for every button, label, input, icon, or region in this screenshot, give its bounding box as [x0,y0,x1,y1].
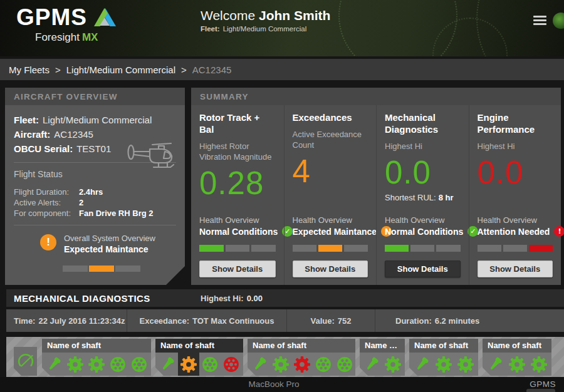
brand-wordmark: GPMS [16,5,87,30]
card-value: 4 [293,154,368,189]
card-value: 0.0 [478,155,553,190]
aircraft-overview-panel: AIRCRAFT OVERVIEW Fleet:Light/Medium Com… [5,88,185,285]
shaft-panel-5[interactable]: Name of shaft [409,339,478,376]
show-details-button-rotor[interactable]: Show Details [199,260,276,277]
breadcrumb-my-fleets[interactable]: My Fleets [9,64,50,75]
gear-icon[interactable] [86,353,107,376]
shaft-icon[interactable] [361,353,382,376]
bar-segment [503,245,527,252]
breadcrumb: My Fleets > Light/Medium Commercial > AC… [0,59,564,80]
header-fleet-line: Fleet:Light/Medium Commercial [201,25,330,33]
show-details-button-mechanical[interactable]: Show Details [385,260,461,277]
bar-segment [385,245,409,252]
gear-icon[interactable] [382,353,404,376]
gear-icon[interactable] [291,353,313,376]
mech-section-title: MECHANICAL DIAGNOSTICS [6,293,150,304]
divider [14,225,176,225]
shaft-panel-3[interactable]: Name of shaft [248,339,355,376]
user-name: John Smith [259,8,330,23]
bar-segment [293,245,316,252]
aircraft-overview-title: AIRCRAFT OVERVIEW [5,88,185,105]
shaft-icon[interactable] [249,353,270,376]
active-alerts-row: Active Alerts:2 [14,197,176,208]
bezel-hinge-tab [526,389,555,392]
duration-cell: Duration:6.2 minutes [375,309,564,332]
shaft-panel-label: Name of shaft [248,339,355,353]
component-selector-strip: Name of shaft Name of shaft Name of shaf… [6,337,564,377]
health-bar [385,245,461,252]
overall-health-bar [63,266,140,272]
shaft-panel-label: Name of shaft [42,339,151,353]
highest-hi-readout: Highest Hi:0.00 [201,294,263,303]
gear-icon[interactable] [506,353,528,376]
health-status-text: Attention Needed [478,227,550,237]
bar-segment [199,245,224,252]
shaft-icon[interactable] [157,353,178,376]
overall-system-overview: ! Overall System Overview Expected Maint… [40,233,176,255]
card-title: Engine Performance [478,111,553,135]
bearing-icon[interactable] [313,353,334,376]
gear-icon[interactable] [433,353,454,376]
card-subtitle: Highest Hi [385,141,461,152]
value-cell: Value:752 [286,309,375,332]
fleet-row: Fleet:Light/Medium Commercial [14,113,176,127]
shaft-panel-4[interactable]: Name of shaft [360,339,405,376]
bearing-icon[interactable] [199,353,221,376]
shaft-panel-6[interactable]: Name of shaft [483,339,551,376]
gear-icon-selected[interactable] [178,353,199,376]
gauge-icon[interactable] [14,347,37,376]
gear-icon[interactable] [455,353,476,376]
bearing-icon[interactable] [221,353,242,376]
flight-duration-row: Flight Duration:2.4hrs [14,187,176,197]
health-overview-label: Health Overview [478,215,553,225]
bar-segment [529,245,553,252]
summary-card-engine: Engine Performance Highest Hi 0.0 Health… [469,105,561,285]
summary-card-rotor-track: Rotor Track + Bal Highest Rotor Vibratio… [191,105,284,285]
summary-card-mechanical: Mechanical Diagnostics Highest Hi 0.0 Sh… [376,105,469,285]
device-bezel: MacBook Pro GPMS [0,377,564,392]
shortest-rul-row: Shortest RUL:8 hr [385,193,461,202]
for-component-row: For component:Fan Drive RH Brg 2 [14,208,176,219]
summary-title: SUMMARY [191,88,561,105]
breadcrumb-fleet[interactable]: Light/Medium Commercial [66,64,175,75]
bar-segment [410,245,434,252]
card-subtitle: Active Exceedance Count [293,129,368,150]
card-title: Exceedances [293,111,368,123]
app-header: GPMS ForesightMX Welcome John Smith Flee… [0,0,564,56]
breadcrumb-separator: > [55,64,61,75]
bar-segment [251,245,276,252]
shaft-panel-label: Name of shaft [409,339,478,353]
show-details-button-engine[interactable]: Show Details [478,260,553,277]
card-value: 0.0 [385,155,461,190]
hamburger-menu-icon[interactable] [533,16,546,27]
brand-logo: GPMS ForesightMX [16,5,117,44]
bearing-icon[interactable] [334,353,355,376]
shaft-icon[interactable] [411,353,432,376]
card-title: Rotor Track + Bal [199,111,276,135]
shaft-panel-2-selected[interactable]: Name of shaft [155,339,243,376]
health-status-text: Expected Maintance [293,227,377,237]
health-overview-label: Health Overview [293,215,368,225]
app-screen: GPMS ForesightMX Welcome John Smith Flee… [0,0,564,392]
card-title: Mechanical Diagnostics [385,111,461,135]
brand-triangle-icon [92,7,117,28]
product-name: ForesightMX [35,31,117,44]
gear-icon[interactable] [65,353,86,376]
alert-status-icon: ! [554,226,564,237]
bar-segment [478,245,501,252]
shaft-panel-label: Name of shaft [360,339,405,353]
shaft-panel-1[interactable]: Name of shaft [42,339,151,376]
helicopter-icon [126,140,179,172]
bar-segment [436,245,460,252]
show-details-button-exceedances[interactable]: Show Details [293,260,368,277]
shaft-icon[interactable] [43,353,65,376]
bearing-icon[interactable] [128,353,150,376]
product-accent: MX [82,31,98,43]
gear-icon[interactable] [270,353,291,376]
bar-segment [63,266,88,272]
shaft-icon[interactable] [484,353,506,376]
gear-icon[interactable] [528,353,550,376]
bar-segment [344,245,368,252]
bearing-icon[interactable] [107,353,128,376]
card-subtitle: Highest Rotor Vibration Magnitude [199,141,276,162]
